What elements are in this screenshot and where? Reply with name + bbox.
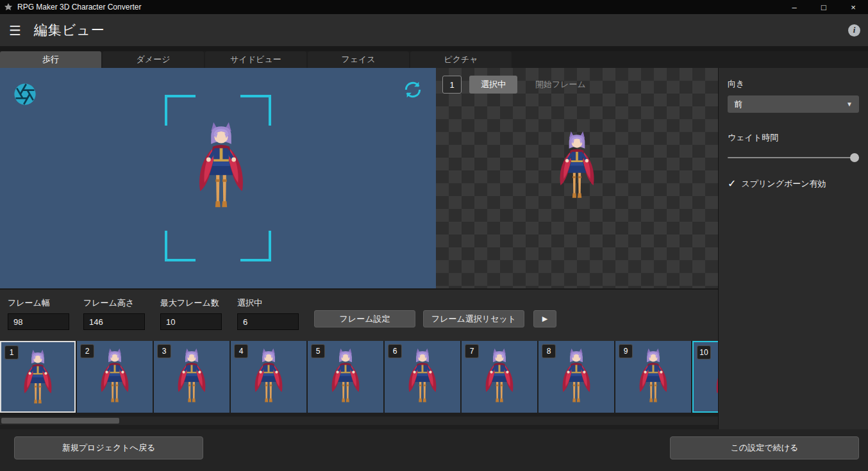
frame-number-badge: 10 — [697, 345, 711, 359]
bracket-bottom-right — [240, 231, 271, 261]
character-preview-canvas[interactable] — [0, 68, 436, 288]
wait-time-slider[interactable] — [728, 153, 859, 163]
character-sprite — [404, 347, 441, 407]
animation-frame-panel: 1 選択中 開始フレーム — [436, 68, 718, 288]
direction-select[interactable]: 前 ▼ — [728, 95, 859, 113]
scrollbar-thumb[interactable] — [1, 418, 119, 424]
info-icon[interactable]: i — [848, 24, 860, 37]
frame-number-badge: 4 — [234, 344, 248, 358]
frame-height-field: フレーム高さ — [83, 297, 145, 330]
minimize-button[interactable]: – — [780, 0, 809, 14]
slider-track[interactable] — [728, 157, 859, 158]
frame-number-badge: 1 — [4, 345, 19, 359]
continue-with-settings-button[interactable]: この設定で続ける — [670, 436, 859, 459]
frame-width-input[interactable] — [8, 313, 69, 330]
frame-number-badge: 5 — [311, 344, 325, 358]
start-frame-option[interactable]: 開始フレーム — [535, 79, 586, 90]
character-sprite — [635, 347, 672, 407]
frame-tile-10[interactable]: 10 — [692, 341, 718, 413]
header-bar: ☰ 編集ビュー i — [0, 14, 868, 46]
max-frames-input[interactable] — [160, 313, 222, 330]
frame-tile-6[interactable]: 6 — [385, 341, 460, 413]
frame-tile-2[interactable]: 2 — [77, 341, 153, 413]
selected-frame-label: 選択中 — [237, 297, 299, 309]
springbone-checkbox-row[interactable]: ✓ スプリングボーン有効 — [728, 178, 859, 190]
character-sprite — [327, 347, 364, 407]
title-bar: RPG Maker 3D Character Converter – □ × — [0, 0, 868, 14]
app-logo-icon — [4, 3, 13, 12]
frame-number-badge: 8 — [542, 344, 556, 358]
frame-number-badge: 9 — [619, 344, 633, 358]
frame-strip: 1 2 3 4 5 6 7 8 — [0, 341, 718, 413]
checkbox-check-icon[interactable]: ✓ — [728, 179, 736, 189]
frame-width-field: フレーム幅 — [8, 297, 69, 330]
wait-time-label: ウェイト時間 — [728, 132, 859, 144]
close-button[interactable]: × — [839, 0, 868, 14]
character-sprite — [481, 347, 518, 407]
character-sprite — [96, 347, 133, 407]
tab-face[interactable]: フェイス — [308, 51, 409, 68]
play-button[interactable]: ▶ — [533, 310, 556, 327]
back-to-new-project-button[interactable]: 新規プロジェクトへ戻る — [14, 436, 203, 459]
window-controls: – □ × — [780, 0, 868, 14]
character-sprite — [558, 347, 595, 407]
selected-mode-button[interactable]: 選択中 — [469, 76, 517, 94]
frame-number-badge: 3 — [157, 344, 171, 358]
character-sprite — [250, 347, 287, 407]
bracket-top-left — [165, 95, 196, 126]
frame-selection-reset-button[interactable]: フレーム選択リセット — [423, 310, 524, 327]
current-frame-badge: 1 — [442, 76, 462, 94]
capture-aperture-icon[interactable] — [13, 82, 37, 106]
frame-tile-7[interactable]: 7 — [462, 341, 537, 413]
springbone-label: スプリングボーン有効 — [741, 178, 826, 190]
frame-strip-scrollbar[interactable] — [0, 417, 718, 425]
maximize-button[interactable]: □ — [809, 0, 839, 14]
character-sprite — [192, 120, 251, 215]
frame-tile-9[interactable]: 9 — [615, 341, 691, 413]
animation-header: 1 選択中 開始フレーム — [442, 76, 586, 94]
selected-frame-field: 選択中 — [237, 297, 299, 330]
max-frames-label: 最大フレーム数 — [160, 297, 222, 309]
header-divider — [0, 46, 868, 51]
rotate-refresh-icon[interactable] — [403, 79, 423, 100]
menu-icon[interactable]: ☰ — [9, 24, 21, 37]
tab-sideview[interactable]: サイドビュー — [205, 51, 306, 68]
frame-height-label: フレーム高さ — [83, 297, 145, 309]
frame-tile-8[interactable]: 8 — [538, 341, 614, 413]
character-sprite — [173, 347, 210, 407]
frame-settings-bar: フレーム幅 フレーム高さ 最大フレーム数 選択中 フレーム設定 フレーム選択リセ… — [0, 288, 718, 341]
frame-number-badge: 6 — [388, 344, 402, 358]
direction-select-value: 前 — [734, 99, 742, 110]
direction-settings-panel: 向き 前 ▼ ウェイト時間 ✓ スプリングボーン有効 — [718, 68, 868, 429]
footer-bar: 新規プロジェクトへ戻る この設定で続ける — [0, 429, 868, 471]
slider-handle[interactable] — [850, 153, 859, 162]
tab-damage[interactable]: ダメージ — [103, 51, 204, 68]
character-sprite — [19, 349, 56, 408]
frame-tile-1[interactable]: 1 — [0, 341, 76, 413]
frame-tile-3[interactable]: 3 — [154, 341, 230, 413]
app-window: RPG Maker 3D Character Converter – □ × ☰… — [0, 0, 868, 471]
character-sprite — [554, 130, 600, 204]
bracket-bottom-left — [165, 231, 196, 261]
max-frames-field: 最大フレーム数 — [160, 297, 222, 330]
chevron-down-icon: ▼ — [846, 101, 853, 108]
selected-frame-input[interactable] — [237, 313, 299, 330]
frame-set-button[interactable]: フレーム設定 — [314, 310, 415, 327]
direction-label: 向き — [728, 78, 859, 90]
tab-walk[interactable]: 歩行 — [0, 51, 101, 68]
window-title: RPG Maker 3D Character Converter — [17, 3, 141, 12]
character-sprite — [712, 349, 718, 408]
frame-height-input[interactable] — [83, 313, 145, 330]
view-tabs: 歩行 ダメージ サイドビュー フェイス ピクチャ — [0, 51, 512, 68]
tab-picture[interactable]: ピクチャ — [410, 51, 512, 68]
frame-number-badge: 2 — [80, 344, 94, 358]
frame-number-badge: 7 — [465, 344, 479, 358]
page-title: 編集ビュー — [34, 21, 105, 39]
frame-width-label: フレーム幅 — [8, 297, 69, 309]
frame-tile-4[interactable]: 4 — [231, 341, 306, 413]
frame-tile-5[interactable]: 5 — [308, 341, 383, 413]
